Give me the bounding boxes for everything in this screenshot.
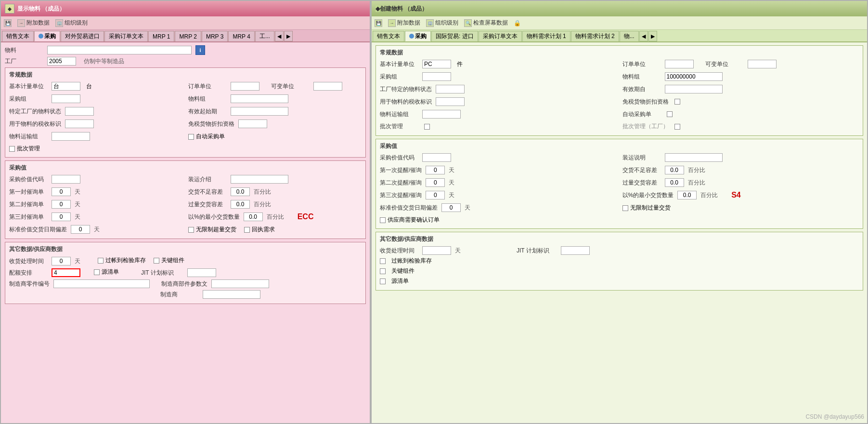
- left-plant-status-input[interactable]: [65, 107, 94, 116]
- left-tab-next[interactable]: ▶: [284, 31, 293, 41]
- left-tab-mrp1[interactable]: MRP 1: [148, 31, 174, 41]
- right-min-delivery-input[interactable]: [677, 191, 697, 199]
- left-delivery-tol-input[interactable]: [231, 187, 250, 196]
- left-batch-mgmt-checkbox[interactable]: [9, 146, 15, 152]
- left-tab-sales-text[interactable]: 销售文本: [2, 31, 34, 41]
- right-reminder3-input[interactable]: [426, 191, 445, 199]
- left-var-unit-label: 可变单位: [271, 82, 310, 91]
- left-plant-input[interactable]: [47, 57, 76, 66]
- left-transport-input[interactable]: [52, 132, 90, 141]
- right-transport-input[interactable]: [422, 110, 461, 119]
- right-valid-date-input[interactable]: [665, 85, 723, 93]
- left-reminder1-input[interactable]: [52, 187, 71, 196]
- left-mfr-params-input[interactable]: [211, 279, 269, 288]
- right-save-btn[interactable]: 💾: [375, 19, 382, 27]
- right-batch-mgmt-cb[interactable]: [424, 124, 430, 130]
- left-return-checkbox[interactable]: [244, 227, 250, 233]
- right-tab-more[interactable]: 物...: [620, 31, 639, 41]
- right-to-inspection-cb[interactable]: [380, 258, 386, 264]
- left-auto-po-checkbox[interactable]: [188, 134, 194, 140]
- right-tab-prev[interactable]: ◀: [639, 31, 648, 41]
- right-tab-sales-text[interactable]: 销售文本: [373, 31, 404, 41]
- left-over-tol-input[interactable]: [231, 200, 250, 209]
- right-plant-status-input[interactable]: [436, 85, 465, 93]
- left-add-data-btn[interactable]: → 附加数据: [17, 19, 50, 27]
- left-recv-time-input[interactable]: [52, 257, 71, 265]
- right-unlimited-cb[interactable]: [622, 205, 628, 211]
- left-base-unit-input[interactable]: [52, 82, 80, 91]
- right-org-level-btn[interactable]: 🏢 组织级别: [426, 19, 458, 27]
- right-key-component-cb[interactable]: [380, 268, 386, 274]
- left-tab-more[interactable]: 工...: [255, 31, 274, 41]
- left-tax-discount-input[interactable]: [238, 119, 267, 128]
- right-base-unit-input[interactable]: [422, 60, 451, 68]
- left-reminder3-row: 第三封催询单 天: [9, 212, 182, 221]
- right-std-price-input[interactable]: [441, 203, 461, 212]
- right-delivery-tol-input[interactable]: [665, 166, 684, 174]
- right-add-data-btn[interactable]: → 附加数据: [388, 19, 420, 27]
- right-tab-mrp2[interactable]: 物料需求计划 2: [571, 31, 619, 41]
- right-check-screen-btn[interactable]: 🔍 检查屏幕数据: [464, 19, 508, 27]
- left-source-list-cb[interactable]: [94, 269, 100, 275]
- left-reminder1-row: 第一封催询单 天: [9, 187, 182, 196]
- left-tab-mrp4[interactable]: MRP 4: [228, 31, 254, 41]
- right-batch-mgmt-plant-cb[interactable]: [674, 124, 680, 130]
- left-min-delivery-input[interactable]: [244, 212, 263, 221]
- right-supplier-confirm-cb[interactable]: [380, 217, 386, 223]
- right-purchase-group-input[interactable]: [422, 72, 451, 81]
- left-unlimited-checkbox[interactable]: [188, 227, 194, 233]
- right-tax-discount-cb[interactable]: [674, 99, 680, 105]
- right-shipping-label: 装运说明: [622, 154, 661, 162]
- right-section-other-title: 其它数据/供应商数据: [380, 235, 859, 243]
- right-reminder1-input[interactable]: [426, 166, 445, 174]
- left-tab-po-text[interactable]: 采购订单文本: [104, 31, 148, 41]
- right-recv-time-input[interactable]: [422, 246, 451, 255]
- left-po-price-input[interactable]: [52, 175, 80, 184]
- left-reminder3-input[interactable]: [52, 212, 71, 221]
- left-to-inspection-cb[interactable]: [98, 258, 104, 264]
- left-key-component-cb[interactable]: [154, 258, 159, 264]
- right-tab-purchase[interactable]: 采购: [405, 31, 431, 41]
- right-var-unit-input[interactable]: [748, 60, 777, 68]
- right-order-unit-input[interactable]: [665, 60, 694, 68]
- left-jit-input[interactable]: [187, 268, 216, 277]
- left-tab-prev[interactable]: ◀: [275, 31, 284, 41]
- right-tab-mrp1[interactable]: 物料需求计划 1: [522, 31, 570, 41]
- left-purchase-group-input[interactable]: [52, 94, 80, 103]
- right-po-price-input[interactable]: [422, 153, 451, 162]
- right-source-list-cb[interactable]: [380, 278, 386, 284]
- left-tab-mrp3[interactable]: MRP 3: [202, 31, 228, 41]
- right-tab-po-text[interactable]: 采购订单文本: [479, 31, 522, 41]
- left-std-price-input[interactable]: [71, 225, 90, 234]
- left-tab-purchase[interactable]: 采购: [34, 31, 60, 41]
- right-tax-input[interactable]: [436, 97, 465, 106]
- left-reminder2-label: 第二封催询单: [9, 200, 48, 209]
- right-reminder2-input[interactable]: [426, 178, 445, 187]
- left-tab-mrp2[interactable]: MRP 2: [175, 31, 201, 41]
- left-save-btn[interactable]: 💾: [4, 19, 12, 27]
- right-tab-intl-trade[interactable]: 国际贸易: 进口: [431, 31, 478, 41]
- right-reminder1-row: 第一次提醒/催询 天: [380, 166, 617, 174]
- left-org-level-btn[interactable]: 🏢 组织级别: [55, 19, 88, 27]
- right-over-tol-input[interactable]: [665, 178, 684, 187]
- left-reminder2-input[interactable]: [52, 200, 71, 209]
- left-valid-start-input[interactable]: [231, 107, 288, 116]
- right-material-group-input[interactable]: [665, 72, 723, 81]
- right-tab-next[interactable]: ▶: [648, 31, 657, 41]
- left-tab-foreign-trade[interactable]: 对外贸易进口: [61, 31, 104, 41]
- left-mfr2-input[interactable]: [203, 290, 260, 299]
- left-material-input[interactable]: [47, 46, 192, 54]
- right-save-icon: 💾: [375, 19, 382, 27]
- left-var-unit-input[interactable]: [313, 82, 342, 91]
- left-tax-input[interactable]: [65, 119, 94, 128]
- left-quota-input[interactable]: [52, 268, 80, 277]
- left-mfr-input[interactable]: [53, 279, 150, 288]
- left-shipping-input[interactable]: [231, 175, 288, 184]
- left-order-unit-input[interactable]: [231, 82, 259, 91]
- right-shipping-input[interactable]: [665, 153, 723, 162]
- right-lock-btn[interactable]: 🔒: [514, 20, 520, 26]
- left-material-group-input[interactable]: [231, 94, 288, 103]
- right-auto-po-cb[interactable]: [667, 111, 673, 117]
- right-jit-input[interactable]: [561, 246, 590, 255]
- left-info-button[interactable]: i: [195, 45, 205, 55]
